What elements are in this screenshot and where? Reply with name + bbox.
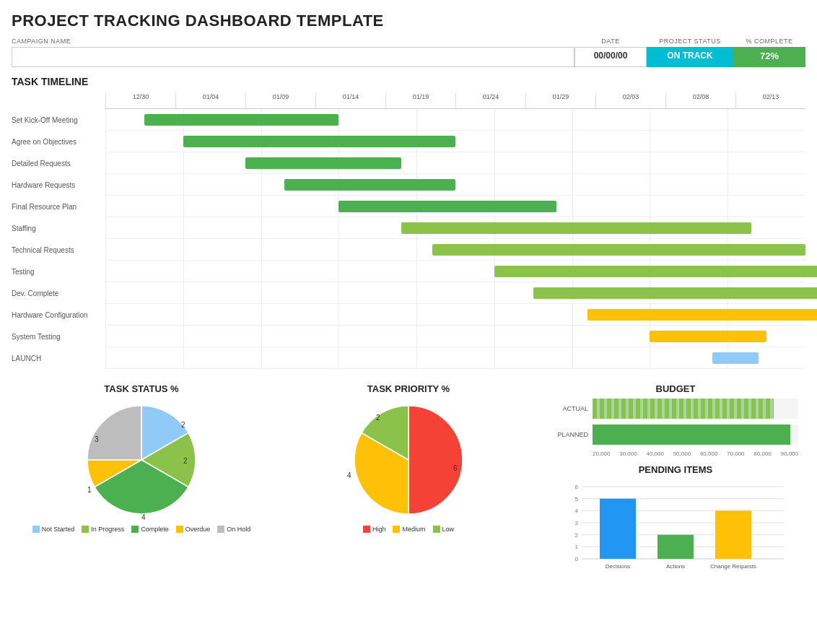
- task-priority-pie: 2 4 6: [336, 399, 481, 521]
- budget-planned-bar: [593, 425, 790, 445]
- complete-label: % COMPLETE: [746, 38, 792, 45]
- status-label-overdue: 1: [87, 486, 92, 494]
- budget-actual-bar-container: [593, 399, 798, 419]
- svg-text:Change Requests: Change Requests: [710, 563, 756, 570]
- budget-axis: 20,000 30,000 40,000 50,000 60,000 70,00…: [553, 451, 798, 457]
- task-priority-title: TASK PRIORITY %: [279, 383, 538, 394]
- gantt-row: [105, 131, 805, 152]
- gantt-date-header: 01/19: [385, 93, 455, 108]
- gantt-bar: [284, 179, 455, 191]
- legend-on-hold: On Hold: [227, 526, 250, 533]
- gantt-bar: [533, 287, 817, 299]
- gantt-row: [105, 326, 805, 347]
- budget-title: BUDGET: [546, 383, 805, 394]
- task-status-pie: 2 2 4 1 3: [77, 399, 206, 521]
- status-label-in-progress: 2: [183, 457, 188, 465]
- gantt-task-label: LAUNCH: [12, 347, 105, 369]
- gantt-task-label: Agree on Objectives: [12, 131, 105, 152]
- pending-bar-actions: [657, 535, 694, 559]
- gantt-row: [105, 261, 805, 282]
- gantt-task-label: Dev. Complete: [12, 282, 105, 304]
- gantt-date-header: 01/29: [525, 93, 595, 108]
- date-label: DATE: [601, 38, 619, 45]
- gantt-task-label: Technical Requests: [12, 239, 105, 261]
- gantt-row: [105, 152, 805, 174]
- priority-label-low: 2: [376, 414, 380, 422]
- budget-actual-bar: [593, 399, 774, 419]
- date-value[interactable]: 00/00/00: [574, 47, 647, 67]
- svg-text:0: 0: [575, 556, 579, 562]
- gantt-row: [105, 239, 805, 261]
- svg-text:5: 5: [575, 496, 579, 502]
- campaign-name-label: CAMPAIGN NAME: [12, 38, 71, 45]
- legend-medium: Medium: [402, 526, 425, 533]
- main-title: PROJECT TRACKING DASHBOARD TEMPLATE: [12, 12, 805, 30]
- legend-high: High: [372, 526, 386, 533]
- gantt-bar: [245, 157, 401, 169]
- gantt-task-label: Staffing: [12, 217, 105, 239]
- legend-not-started: Not Started: [42, 526, 75, 533]
- header: CAMPAIGN NAME DATE PROJECT STATUS % COMP…: [12, 36, 805, 67]
- gantt-row: [105, 347, 805, 369]
- gantt-bar: [712, 352, 759, 364]
- svg-text:6: 6: [575, 484, 579, 490]
- gantt-task-label: Set Kick-Off Meeting: [12, 109, 105, 131]
- priority-label-medium: 4: [347, 471, 351, 479]
- pie-segment: [87, 406, 141, 460]
- gantt-task-label: Hardware Configuration: [12, 304, 105, 326]
- gantt-chart: Set Kick-Off MeetingAgree on ObjectivesD…: [12, 93, 805, 369]
- status-label: PROJECT STATUS: [659, 38, 721, 45]
- gantt-row: [105, 109, 805, 131]
- gantt-date-header: 01/14: [315, 93, 385, 108]
- svg-text:Actions: Actions: [666, 563, 685, 570]
- gantt-row: [105, 196, 805, 217]
- task-status-section: TASK STATUS % 2 2 4 1 3 Not Started In P…: [12, 383, 271, 575]
- gantt-bar: [650, 331, 766, 342]
- gantt-bar: [338, 201, 556, 212]
- complete-value: 72%: [733, 47, 805, 67]
- gantt-date-header: 12/30: [105, 93, 175, 108]
- svg-text:1: 1: [575, 544, 579, 550]
- gantt-task-label: Final Resource Plan: [12, 196, 105, 217]
- gantt-row: [105, 304, 805, 326]
- gantt-task-label: Hardware Requests: [12, 174, 105, 196]
- gantt-task-label: System Testing: [12, 326, 105, 347]
- pending-items-title: PENDING ITEMS: [546, 464, 805, 475]
- legend-overdue: Overdue: [185, 526, 211, 533]
- budget-planned-bar-container: [593, 425, 798, 445]
- bottom-row: TASK STATUS % 2 2 4 1 3 Not Started In P…: [12, 383, 805, 575]
- svg-text:4: 4: [575, 508, 579, 514]
- task-timeline-title: TASK TIMELINE: [12, 76, 805, 87]
- gantt-bar: [183, 136, 455, 147]
- pending-items-section: PENDING ITEMS 6 5 4 3 2 1 0 De: [546, 464, 805, 575]
- gantt-date-header: 01/04: [175, 93, 245, 108]
- gantt-date-header: 02/13: [735, 93, 805, 108]
- status-value: ON TRACK: [647, 47, 733, 67]
- campaign-name-value[interactable]: [12, 47, 574, 67]
- gantt-bar: [144, 114, 338, 126]
- gantt-task-label: Detailed Requests: [12, 152, 105, 174]
- gantt-row: [105, 217, 805, 239]
- gantt-date-header: 01/24: [455, 93, 525, 108]
- legend-in-progress: In Progress: [91, 526, 124, 533]
- status-label-on-hold: 3: [95, 435, 99, 443]
- gantt-bar: [401, 222, 751, 234]
- gantt-date-header: 01/09: [245, 93, 315, 108]
- gantt-row: [105, 282, 805, 304]
- task-status-legend: Not Started In Progress Complete Overdue…: [12, 526, 271, 533]
- gantt-task-label: Testing: [12, 261, 105, 282]
- pie-segment: [408, 406, 463, 514]
- gantt-grid: 12/3001/0401/0901/1401/1901/2401/2902/03…: [105, 93, 805, 369]
- legend-low: Low: [442, 526, 455, 533]
- gantt-date-header: 02/03: [595, 93, 665, 108]
- status-label-not-started: 2: [181, 421, 185, 429]
- status-label-complete: 4: [141, 513, 146, 521]
- pending-items-chart: 6 5 4 3 2 1 0 Decisions Actions Change R…: [546, 479, 805, 573]
- svg-text:Decisions: Decisions: [606, 563, 631, 570]
- gantt-date-header: 02/08: [665, 93, 735, 108]
- svg-text:2: 2: [575, 532, 579, 539]
- task-priority-legend: High Medium Low: [279, 526, 538, 533]
- pending-bar-decisions: [600, 499, 636, 559]
- pending-bar-change-requests: [715, 510, 751, 559]
- task-status-title: TASK STATUS %: [12, 383, 271, 394]
